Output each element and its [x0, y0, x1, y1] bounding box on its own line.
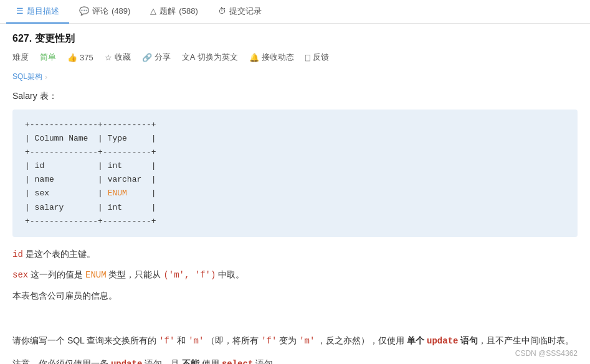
difficulty-value: 简单: [40, 52, 56, 63]
tab-description-label: 题目描述: [27, 6, 59, 17]
description-icon: ☰: [16, 6, 24, 16]
table-row-salary: | salary | int |: [25, 201, 565, 215]
switch-lang-button[interactable]: 文A 切换为英文: [182, 52, 239, 63]
table-border-bottom: +--------------+----------+: [25, 215, 565, 228]
tab-solutions-label: 题解: [159, 6, 176, 17]
notification-button[interactable]: 🔔 接收动态: [249, 52, 294, 63]
solutions-icon: △: [150, 6, 156, 16]
desc-paragraph-2: 注意，你必须仅使用一条 update 语句，且 不能 使用 select 语句。: [12, 355, 578, 364]
tab-submissions[interactable]: ⏱ 提交记录: [208, 0, 272, 24]
footer-text: CSDN @SSS4362: [515, 349, 578, 358]
tab-comments-label: 评论: [92, 6, 108, 17]
table-header: | Column Name | Type |: [25, 132, 565, 146]
share-label: 分享: [155, 52, 171, 63]
desc-paragraph-1: 请你编写一个 SQL 查询来交换所有的 'f' 和 'm' （即，将所有 'f'…: [12, 332, 578, 350]
problem-description: Salary 表： +--------------+----------+ | …: [0, 86, 590, 318]
tab-solutions-count: (588): [179, 6, 197, 16]
schema-table: +--------------+----------+ | Column Nam…: [12, 110, 578, 237]
difficulty-label: 难度: [12, 52, 29, 63]
problem-title: 627. 变更性别: [12, 32, 578, 45]
table-note-2: sex 这一列的值是 ENUM 类型，只能从 ('m', 'f') 中取。: [12, 266, 578, 284]
submissions-icon: ⏱: [218, 6, 226, 16]
switch-lang-label: 切换为英文: [197, 52, 238, 63]
tab-comments-count: (489): [112, 6, 130, 16]
share-button[interactable]: 🔗 分享: [142, 52, 171, 63]
like-count: 375: [80, 53, 93, 62]
table-row-sex: | sex | ENUM |: [25, 187, 565, 200]
problem-meta: 难度 简单 👍 375 ☆ 收藏 🔗 分享 文A 切换为英文 🔔 接收动态 ⎕ …: [12, 52, 578, 63]
long-description: 请你编写一个 SQL 查询来交换所有的 'f' 和 'm' （即，将所有 'f'…: [0, 325, 590, 364]
page-footer: CSDN @SSS4362: [515, 349, 578, 358]
like-icon: 👍: [67, 53, 77, 62]
table-border-header: +--------------+----------+: [25, 146, 565, 159]
feedback-label: 反馈: [313, 52, 329, 63]
tab-submissions-label: 提交记录: [229, 6, 262, 17]
tab-comments[interactable]: 💬 评论 (489): [69, 0, 140, 24]
collect-label: 收藏: [115, 52, 131, 63]
breadcrumb-link-sql[interactable]: SQL架构: [12, 72, 42, 82]
notification-icon: 🔔: [249, 53, 259, 62]
notification-label: 接收动态: [262, 52, 294, 63]
problem-number: 627.: [12, 33, 32, 44]
feedback-icon: ⎕: [305, 53, 310, 62]
tab-solutions[interactable]: △ 题解 (588): [140, 0, 207, 24]
comments-icon: 💬: [79, 6, 89, 16]
like-button[interactable]: 👍 375: [67, 53, 93, 62]
table-row-id: | id | int |: [25, 159, 565, 173]
salary-table-intro: Salary 表：: [12, 91, 578, 102]
breadcrumb: SQL架构 ›: [0, 68, 590, 86]
feedback-button[interactable]: ⎕ 反馈: [305, 52, 329, 63]
problem-header: 627. 变更性别 难度 简单 👍 375 ☆ 收藏 🔗 分享 文A 切换为英文…: [0, 24, 590, 68]
breadcrumb-separator: ›: [45, 73, 47, 82]
table-border-top: +--------------+----------+: [25, 118, 565, 132]
tab-bar: ☰ 题目描述 💬 评论 (489) △ 题解 (588) ⏱ 提交记录: [0, 0, 590, 24]
table-note-3: 本表包含公司雇员的信息。: [12, 287, 578, 304]
switch-lang-icon: 文A: [182, 52, 196, 63]
collect-button[interactable]: ☆ 收藏: [105, 52, 131, 63]
share-icon: 🔗: [142, 53, 152, 62]
table-row-name: | name | varchar |: [25, 173, 565, 187]
tab-description[interactable]: ☰ 题目描述: [6, 0, 69, 24]
collect-icon: ☆: [105, 53, 112, 62]
problem-name: 变更性别: [35, 33, 75, 44]
table-note-1: id 是这个表的主键。: [12, 246, 578, 263]
